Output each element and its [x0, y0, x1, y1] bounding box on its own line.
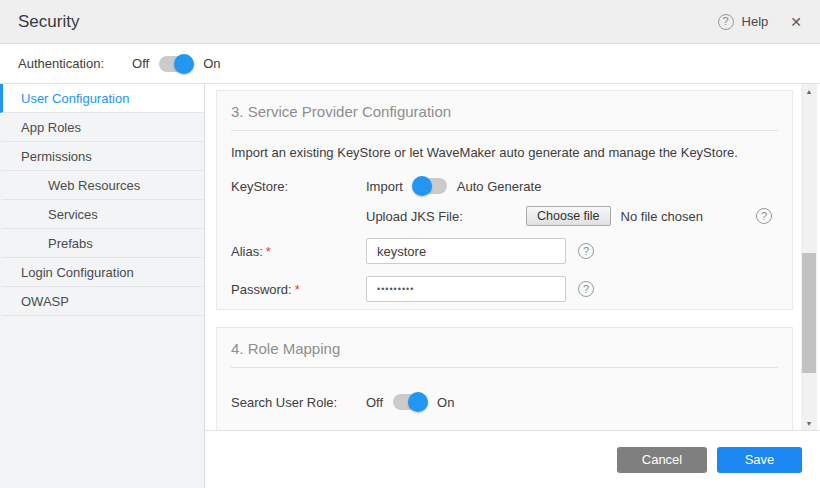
vertical-scrollbar[interactable]: ▲ ▼ — [801, 84, 817, 430]
keystore-label: KeyStore: — [231, 179, 366, 194]
search-user-role-off-label: Off — [366, 395, 383, 410]
sidebar-item-web-resources[interactable]: Web Resources — [0, 171, 204, 200]
section-title: 3. Service Provider Configuration — [231, 103, 778, 120]
authentication-on-label: On — [203, 56, 220, 71]
help-link[interactable]: Help — [742, 14, 769, 29]
keystore-import-label: Import — [366, 179, 403, 194]
authentication-bar: Authentication: Off On — [0, 44, 820, 84]
alias-input[interactable] — [366, 238, 566, 264]
alias-label: Alias:* — [231, 244, 366, 259]
section-divider — [231, 130, 778, 131]
sidebar-item-services[interactable]: Services — [0, 200, 204, 229]
role-mapping-section: 4. Role Mapping Search User Role: Off On… — [216, 327, 793, 430]
alias-help-icon[interactable]: ? — [578, 243, 594, 259]
security-dialog: Security ? Help ✕ Authentication: Off On… — [0, 0, 820, 488]
search-user-role-on-label: On — [437, 395, 454, 410]
sidebar-item-permissions[interactable]: Permissions — [0, 142, 204, 171]
password-input[interactable] — [366, 276, 566, 302]
required-asterisk: * — [266, 244, 271, 259]
toggle-knob — [174, 54, 194, 74]
alias-label-text: Alias: — [231, 244, 263, 259]
page-title: Security — [18, 12, 79, 32]
alias-row: Alias:* ? — [231, 238, 778, 264]
service-provider-configuration-section: 3. Service Provider Configuration Import… — [216, 90, 793, 310]
authentication-off-label: Off — [132, 56, 149, 71]
upload-jks-label: Upload JKS File: — [366, 209, 526, 224]
authentication-toggle[interactable] — [159, 56, 193, 72]
dialog-header: Security ? Help ✕ — [0, 0, 820, 44]
password-label-text: Password: — [231, 282, 292, 297]
scroll-up-icon[interactable]: ▲ — [801, 84, 817, 98]
settings-scroll-area: 3. Service Provider Configuration Import… — [205, 84, 820, 430]
password-label: Password:* — [231, 282, 366, 297]
sidebar-item-user-configuration[interactable]: User Configuration — [0, 84, 204, 113]
search-user-role-row: Search User Role: Off On — [231, 394, 778, 410]
upload-jks-row: Upload JKS File: Choose file No file cho… — [231, 206, 778, 226]
section-divider — [231, 367, 778, 368]
toggle-knob — [408, 392, 428, 412]
sidebar-item-app-roles[interactable]: App Roles — [0, 113, 204, 142]
toggle-knob — [412, 176, 432, 196]
upload-help-icon[interactable]: ? — [756, 208, 772, 224]
cancel-button[interactable]: Cancel — [617, 447, 707, 473]
keystore-row: KeyStore: Import Auto Generate — [231, 178, 778, 194]
password-row: Password:* ? — [231, 276, 778, 302]
help-icon[interactable]: ? — [718, 14, 734, 30]
scrollbar-thumb[interactable] — [802, 253, 816, 373]
password-help-icon[interactable]: ? — [578, 281, 594, 297]
keystore-toggle[interactable] — [413, 178, 447, 194]
authentication-label: Authentication: — [18, 56, 104, 71]
required-asterisk: * — [295, 282, 300, 297]
scroll-down-icon[interactable]: ▼ — [801, 416, 817, 430]
sidebar-item-login-configuration[interactable]: Login Configuration — [0, 258, 204, 287]
section-title: 4. Role Mapping — [231, 340, 778, 357]
dialog-body: User Configuration App Roles Permissions… — [0, 84, 820, 488]
file-chosen-status: No file chosen — [621, 209, 703, 224]
choose-file-button[interactable]: Choose file — [526, 206, 611, 226]
sidebar-item-owasp[interactable]: OWASP — [0, 287, 204, 316]
sidebar-item-prefabs[interactable]: Prefabs — [0, 229, 204, 258]
save-button[interactable]: Save — [717, 447, 802, 473]
search-user-role-toggle[interactable] — [393, 394, 427, 410]
keystore-description: Import an existing KeyStore or let WaveM… — [231, 145, 778, 160]
security-sidebar: User Configuration App Roles Permissions… — [0, 84, 205, 488]
keystore-autogenerate-label: Auto Generate — [457, 179, 542, 194]
header-actions: ? Help ✕ — [718, 14, 802, 30]
main-panel: 3. Service Provider Configuration Import… — [205, 84, 820, 488]
dialog-footer: Cancel Save — [205, 430, 820, 488]
search-user-role-label: Search User Role: — [231, 395, 366, 410]
close-icon[interactable]: ✕ — [790, 14, 802, 30]
